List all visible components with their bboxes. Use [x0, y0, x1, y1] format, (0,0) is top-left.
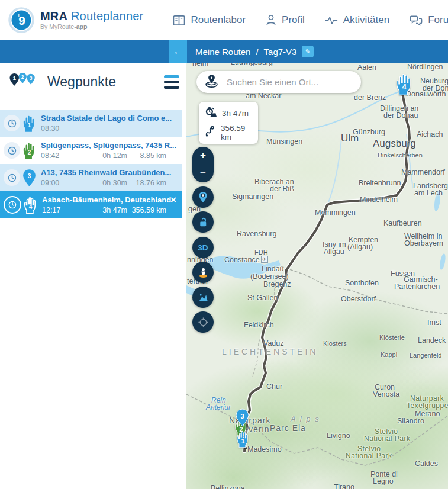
chat-bubbles-icon	[410, 15, 423, 26]
map-label: Madesimo	[247, 445, 282, 453]
svg-text:3: 3	[30, 75, 33, 81]
map-label: FDH	[254, 249, 268, 256]
route-marker-4[interactable]: 4	[394, 72, 415, 96]
routes-lab-icon	[173, 15, 185, 26]
map-label: (Allgäu)	[347, 243, 373, 251]
waypoints-header: 2 3 1 Wegpunkte	[0, 63, 186, 101]
map-label: Sonthofen	[345, 279, 379, 287]
zoom-in-button[interactable]: +	[192, 147, 214, 165]
map-label: der Donau	[383, 111, 418, 120]
map-label: Silandro	[397, 417, 424, 425]
route-marker-1[interactable]: 1	[235, 430, 251, 448]
waypoint-row-1[interactable]: 1 Strada Statale del Lago di Como e... 0…	[0, 110, 182, 137]
map-label: Allgäu	[324, 247, 344, 256]
map-label: LIECHTENSTEIN	[222, 347, 318, 356]
map-label: Bellinzona	[211, 484, 245, 489]
brand-name-light: Routeplanner	[71, 9, 144, 22]
zoom-out-button[interactable]: −	[192, 165, 214, 183]
hand-marker-icon: 4	[22, 196, 38, 214]
nav-label-aktivitaeten: Aktivitäten	[343, 14, 389, 26]
pegman-icon	[198, 267, 209, 278]
waypoints-sidebar: 2 3 1 Wegpunkte 1	[0, 63, 186, 489]
pin-globe-icon	[204, 74, 220, 91]
map-label: Partenkirchen	[394, 282, 440, 291]
brand-logo[interactable]: 9 + MRA Routeplanner By MyRoute-app	[8, 7, 143, 33]
nav-label-profil: Profil	[282, 14, 305, 26]
waypoint-duration: 0h 12m	[102, 152, 127, 160]
nav-item-forum[interactable]: Forum	[410, 14, 448, 26]
waypoint-row-4-selected[interactable]: 4 Asbach-Bäumenheim, Deutschland 12:17 3…	[0, 191, 182, 218]
breadcrumb: Meine Routen / Tag7-V3 ✎	[195, 40, 314, 63]
activity-pulse-icon	[325, 16, 338, 25]
clock-icon	[4, 115, 20, 131]
nav-item-routenlabor[interactable]: Routenlabor	[173, 14, 246, 26]
clock-icon	[4, 142, 20, 159]
waypoint-row-2[interactable]: 2 Splügenpass, Splügenpass, 7435 R... 08…	[0, 137, 182, 164]
map-label: National Park	[364, 435, 411, 443]
map-label: Parc Ela	[270, 423, 306, 433]
3d-view-button[interactable]: 3D	[192, 237, 214, 258]
waypoint-number: 3	[21, 173, 37, 179]
add-waypoint-button[interactable]	[192, 186, 214, 208]
map-label: National Park	[346, 452, 392, 460]
mra-logo-icon: 9 +	[8, 7, 34, 33]
map-label: Breitenbrunn	[359, 179, 401, 187]
waypoint-row-3[interactable]: 3 A13, 7435 Rheinwald Graubünden... 09:0…	[0, 164, 182, 191]
route-duration-value: 3h 47m	[222, 109, 249, 118]
map-label: Oberstdorf	[341, 295, 376, 303]
streetview-button[interactable]	[192, 262, 214, 283]
back-button[interactable]: ←	[169, 40, 187, 63]
map-label: (Bodensee)	[250, 272, 289, 281]
nav-label-forum: Forum	[428, 14, 448, 26]
locate-me-button[interactable]	[192, 311, 214, 333]
waypoint-duration: 3h 47m	[102, 206, 127, 214]
svg-text:2: 2	[21, 74, 24, 80]
map-label: Aichach	[417, 130, 443, 139]
route-marker-3[interactable]: 3	[234, 408, 250, 427]
lock-button[interactable]	[192, 211, 214, 233]
waypoints-menu-button[interactable]	[164, 73, 179, 91]
breadcrumb-separator: /	[256, 47, 258, 57]
map-label: Memmingen	[315, 208, 356, 217]
nav-item-aktivitaeten[interactable]: Aktivitäten	[325, 14, 389, 26]
breadcrumb-section[interactable]: Meine Routen	[195, 47, 250, 57]
map-label: Dinkelscherben	[378, 152, 423, 159]
map-label: Aalen	[357, 63, 376, 72]
hand-marker-icon: 2	[21, 141, 37, 160]
map-label: am Lech	[414, 189, 443, 197]
map-label: Venosta	[373, 390, 399, 398]
remove-waypoint-button[interactable]: ×	[170, 195, 176, 205]
map-label: Anteriur	[206, 403, 231, 411]
search-input[interactable]	[225, 76, 354, 88]
marker-number: 4	[394, 82, 415, 91]
map-label: Nördlingen	[407, 63, 443, 71]
map-label: Längenfeld	[410, 352, 441, 359]
waypoint-pins-icon: 2 3 1	[8, 72, 39, 92]
marker-number: 1	[235, 437, 251, 445]
elevation-profile-button[interactable]	[192, 287, 214, 308]
map-label: am Neckar	[246, 92, 281, 100]
waypoint-title: Asbach-Bäumenheim, Deutschland	[42, 195, 182, 204]
map-label: Ulm	[341, 133, 359, 144]
map-label: Münsingen	[266, 137, 302, 146]
map-label: Texelgruppe	[407, 401, 448, 410]
mra-routeplanner-app: 9 + MRA Routeplanner By MyRoute-app Rout…	[0, 0, 448, 489]
waypoint-duration: 0h 30m	[102, 179, 127, 187]
map-label: Caldes	[415, 459, 438, 468]
crosshair-icon	[198, 317, 209, 328]
map-label: Legno	[373, 477, 394, 485]
map-label: Lindau	[262, 265, 284, 273]
route-summary-box: 3h 47m 356.59 km	[199, 102, 258, 144]
map-label: Livigno	[327, 432, 350, 440]
map-label: Kappl	[381, 351, 397, 358]
map-label: Constance	[224, 256, 260, 264]
map-canvas[interactable]: heimLudwigsburgAalenNördlingenNeuburg an…	[186, 63, 448, 489]
map-label: ✈	[261, 256, 268, 263]
top-navbar: 9 + MRA Routeplanner By MyRoute-app Rout…	[0, 0, 448, 41]
map-label: Mammendorf	[401, 168, 445, 176]
nav-item-profil[interactable]: Profil	[266, 14, 305, 26]
edit-route-name-button[interactable]: ✎	[302, 46, 314, 57]
map-label: A l p s	[291, 414, 320, 423]
page-title: Wegpunkte	[47, 74, 164, 90]
back-arrow-icon: ←	[173, 46, 183, 57]
